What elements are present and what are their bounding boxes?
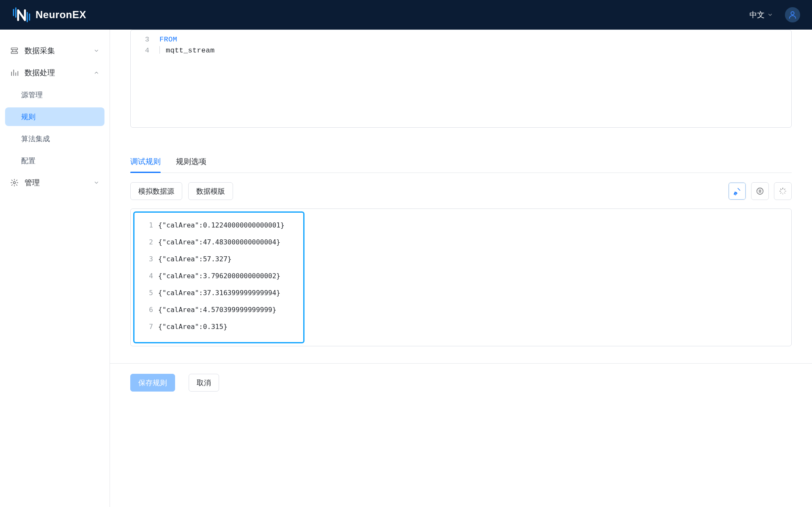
output-text: {"calArea":3.7962000000000002} xyxy=(158,272,280,280)
sidebar-item-admin[interactable]: 管理 xyxy=(5,173,104,192)
svg-point-4 xyxy=(757,188,763,195)
sidebar-item-algo-integration[interactable]: 算法集成 xyxy=(5,129,104,148)
code-text: mqtt_stream xyxy=(166,47,215,55)
sidebar-item-data-collect[interactable]: 数据采集 xyxy=(5,41,104,60)
svg-rect-1 xyxy=(11,48,18,49)
output-row: 3{"calArea":57.327} xyxy=(139,251,299,268)
output-row: 7{"calArea":0.315} xyxy=(139,318,299,335)
loading-spinner-icon xyxy=(779,187,787,195)
output-highlight: 1{"calArea":0.12240000000000001} 2{"calA… xyxy=(133,211,304,343)
output-text: {"calArea":47.483000000000004} xyxy=(158,238,280,247)
sidebar-item-source-mgmt[interactable]: 源管理 xyxy=(5,85,104,104)
output-text: {"calArea":0.12240000000000001} xyxy=(158,221,285,230)
output-row: 4{"calArea":3.7962000000000002} xyxy=(139,268,299,285)
sidebar-item-rules[interactable]: 规则 xyxy=(5,107,104,126)
data-process-icon xyxy=(10,69,19,77)
chevron-up-icon xyxy=(93,70,99,76)
app-header: NeuronEX 中文 xyxy=(0,0,812,30)
data-template-button[interactable]: 数据模版 xyxy=(188,182,233,200)
code-line: 4 mqtt_stream xyxy=(131,45,791,56)
output-line-number: 4 xyxy=(139,272,158,280)
pause-button[interactable] xyxy=(751,182,769,200)
sidebar-item-config[interactable]: 配置 xyxy=(5,151,104,170)
data-collect-icon xyxy=(10,47,19,55)
output-row: 2{"calArea":47.483000000000004} xyxy=(139,234,299,251)
output-line-number: 2 xyxy=(139,238,158,247)
line-number: 4 xyxy=(131,45,156,56)
brand: NeuronEX xyxy=(12,7,86,22)
simulate-source-button[interactable]: 模拟数据源 xyxy=(130,182,182,200)
loading-button[interactable] xyxy=(774,182,792,200)
main-content: 3 FROM 4 mqtt_stream 调试规则 规则选项 模拟数据源 数据模… xyxy=(110,30,812,507)
output-line-number: 7 xyxy=(139,323,158,331)
broom-play-icon xyxy=(733,187,741,195)
brand-name: NeuronEX xyxy=(36,9,86,21)
sidebar-item-label: 规则 xyxy=(21,112,36,122)
brand-logo-icon xyxy=(12,7,30,22)
chevron-down-icon xyxy=(767,12,773,18)
run-debug-button[interactable] xyxy=(728,182,746,200)
tabs: 调试规则 规则选项 xyxy=(130,152,792,173)
sidebar-item-label: 配置 xyxy=(21,156,36,166)
pause-circle-icon xyxy=(756,187,764,195)
sql-editor[interactable]: 3 FROM 4 mqtt_stream xyxy=(130,30,792,128)
chevron-down-icon xyxy=(93,180,99,186)
avatar[interactable] xyxy=(785,7,800,22)
output-row: 1{"calArea":0.12240000000000001} xyxy=(139,219,299,234)
output-row: 5{"calArea":37.316399999999994} xyxy=(139,285,299,301)
output-text: {"calArea":0.315} xyxy=(158,323,228,331)
user-icon xyxy=(788,10,797,19)
sidebar-item-label: 管理 xyxy=(25,178,40,188)
output-text: {"calArea":57.327} xyxy=(158,255,231,263)
language-label: 中文 xyxy=(749,10,765,20)
sidebar: 数据采集 数据处理 源管理 规则 算法集成 配置 xyxy=(0,30,110,507)
cancel-button[interactable]: 取消 xyxy=(189,374,219,392)
indent-guide xyxy=(159,46,160,54)
sidebar-item-label: 数据处理 xyxy=(25,68,55,78)
tab-debug-rule[interactable]: 调试规则 xyxy=(130,152,161,173)
keyword: FROM xyxy=(159,36,177,44)
output-line-number: 5 xyxy=(139,289,158,297)
footer-actions: 保存规则 取消 xyxy=(130,364,792,392)
svg-rect-2 xyxy=(11,52,18,54)
sidebar-item-data-process[interactable]: 数据处理 xyxy=(5,63,104,82)
sidebar-item-label: 源管理 xyxy=(21,90,43,100)
sidebar-item-label: 算法集成 xyxy=(21,134,50,144)
header-right: 中文 xyxy=(749,7,800,22)
output-row: 6{"calArea":4.570399999999999} xyxy=(139,301,299,318)
code-line: 3 FROM xyxy=(131,34,791,45)
chevron-down-icon xyxy=(93,48,99,54)
output-line-number: 3 xyxy=(139,255,158,263)
output-line-number: 6 xyxy=(139,306,158,314)
output-panel: 1{"calArea":0.12240000000000001} 2{"calA… xyxy=(130,208,792,346)
gear-icon xyxy=(10,178,19,187)
language-switcher[interactable]: 中文 xyxy=(749,10,773,20)
output-line-number: 1 xyxy=(139,221,158,230)
tab-rule-options[interactable]: 规则选项 xyxy=(176,152,206,173)
line-number: 3 xyxy=(131,34,156,45)
save-rule-button[interactable]: 保存规则 xyxy=(130,374,175,392)
sidebar-item-label: 数据采集 xyxy=(25,46,55,56)
output-text: {"calArea":37.316399999999994} xyxy=(158,289,280,297)
svg-point-0 xyxy=(791,12,794,15)
output-text: {"calArea":4.570399999999999} xyxy=(158,306,276,314)
debug-toolbar: 模拟数据源 数据模版 xyxy=(130,182,792,200)
svg-point-3 xyxy=(14,182,16,184)
